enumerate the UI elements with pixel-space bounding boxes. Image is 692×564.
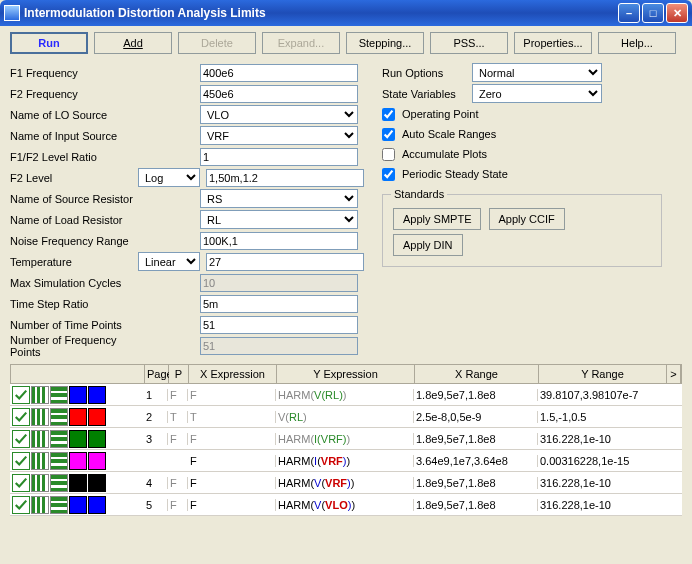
cell-page[interactable]: 2 bbox=[144, 411, 168, 423]
run-options-select[interactable]: Normal bbox=[472, 63, 602, 82]
enable-icon[interactable] bbox=[12, 474, 30, 492]
color1-swatch[interactable] bbox=[69, 452, 87, 470]
num-time-points-input[interactable] bbox=[200, 316, 358, 334]
cell-page[interactable]: 4 bbox=[144, 477, 168, 489]
cell-yexpr[interactable]: HARM(I(VRF)) bbox=[276, 455, 414, 467]
enable-icon[interactable] bbox=[12, 408, 30, 426]
run-button[interactable]: Run bbox=[10, 32, 88, 54]
col-p[interactable]: P bbox=[169, 365, 189, 383]
table-row[interactable]: 5FFHARM(V(VLO))1.8e9,5e7,1.8e8316.228,1e… bbox=[10, 494, 682, 516]
table-row[interactable]: 4FFHARM(V(VRF))1.8e9,5e7,1.8e8316.228,1e… bbox=[10, 472, 682, 494]
lo-source-select[interactable]: VLO bbox=[200, 105, 358, 124]
cell-xexpr[interactable]: F bbox=[188, 455, 276, 467]
cell-xexpr[interactable]: F bbox=[188, 477, 276, 489]
enable-icon[interactable] bbox=[12, 496, 30, 514]
cell-xrange[interactable]: 1.8e9,5e7,1.8e8 bbox=[414, 477, 538, 489]
color2-swatch[interactable] bbox=[88, 452, 106, 470]
color2-swatch[interactable] bbox=[88, 408, 106, 426]
cell-yrange[interactable]: 316.228,1e-10 bbox=[538, 499, 666, 511]
col-page[interactable]: Page bbox=[145, 365, 169, 383]
state-vars-select[interactable]: Zero bbox=[472, 84, 602, 103]
periodic-steady-checkbox[interactable] bbox=[382, 168, 395, 181]
bars-icon[interactable] bbox=[31, 452, 49, 470]
pss-button[interactable]: PSS... bbox=[430, 32, 508, 54]
stepping-button[interactable]: Stepping... bbox=[346, 32, 424, 54]
cell-xrange[interactable]: 3.64e9,1e7,3.64e8 bbox=[414, 455, 538, 467]
cell-xrange[interactable]: 2.5e-8,0,5e-9 bbox=[414, 411, 538, 423]
cell-yexpr[interactable]: HARM(V(RL)) bbox=[276, 389, 414, 401]
lines-icon[interactable] bbox=[50, 408, 68, 426]
table-row[interactable]: FHARM(I(VRF))3.64e9,1e7,3.64e80.00316228… bbox=[10, 450, 682, 472]
cell-p[interactable]: F bbox=[168, 499, 188, 511]
bars-icon[interactable] bbox=[31, 408, 49, 426]
apply-smpte-button[interactable]: Apply SMPTE bbox=[393, 208, 481, 230]
table-row[interactable]: 2TTV(RL)2.5e-8,0,5e-91.5,-1,0.5 bbox=[10, 406, 682, 428]
cell-page[interactable]: 1 bbox=[144, 389, 168, 401]
maximize-button[interactable]: □ bbox=[642, 3, 664, 23]
cell-xexpr[interactable]: F bbox=[188, 389, 276, 401]
color1-swatch[interactable] bbox=[69, 408, 87, 426]
cell-xexpr[interactable]: F bbox=[188, 433, 276, 445]
cell-xexpr[interactable]: T bbox=[188, 411, 276, 423]
cell-page[interactable]: 3 bbox=[144, 433, 168, 445]
help-button[interactable]: Help... bbox=[598, 32, 676, 54]
close-button[interactable]: ✕ bbox=[666, 3, 688, 23]
cell-yrange[interactable]: 0.00316228,1e-15 bbox=[538, 455, 666, 467]
operating-point-checkbox[interactable] bbox=[382, 108, 395, 121]
cell-yexpr[interactable]: HARM(I(VRF)) bbox=[276, 433, 414, 445]
color1-swatch[interactable] bbox=[69, 386, 87, 404]
cell-yexpr[interactable]: HARM(V(VLO)) bbox=[276, 499, 414, 511]
minimize-button[interactable]: – bbox=[618, 3, 640, 23]
lines-icon[interactable] bbox=[50, 386, 68, 404]
accumulate-checkbox[interactable] bbox=[382, 148, 395, 161]
f2-frequency-input[interactable] bbox=[200, 85, 358, 103]
color1-swatch[interactable] bbox=[69, 474, 87, 492]
add-button[interactable]: Add bbox=[94, 32, 172, 54]
enable-icon[interactable] bbox=[12, 430, 30, 448]
source-resistor-select[interactable]: RS bbox=[200, 189, 358, 208]
apply-ccif-button[interactable]: Apply CCIF bbox=[489, 208, 565, 230]
cell-p[interactable]: T bbox=[168, 411, 188, 423]
time-step-ratio-input[interactable] bbox=[200, 295, 358, 313]
cell-p[interactable]: F bbox=[168, 477, 188, 489]
temperature-mode-select[interactable]: Linear bbox=[138, 252, 200, 271]
f1-frequency-input[interactable] bbox=[200, 64, 358, 82]
cell-yrange[interactable]: 1.5,-1,0.5 bbox=[538, 411, 666, 423]
enable-icon[interactable] bbox=[12, 386, 30, 404]
lines-icon[interactable] bbox=[50, 474, 68, 492]
cell-xrange[interactable]: 1.8e9,5e7,1.8e8 bbox=[414, 433, 538, 445]
cell-yexpr[interactable]: V(RL) bbox=[276, 411, 414, 423]
table-row[interactable]: 1FFHARM(V(RL))1.8e9,5e7,1.8e839.8107,3.9… bbox=[10, 384, 682, 406]
level-ratio-input[interactable] bbox=[200, 148, 358, 166]
bars-icon[interactable] bbox=[31, 474, 49, 492]
lines-icon[interactable] bbox=[50, 430, 68, 448]
color2-swatch[interactable] bbox=[88, 474, 106, 492]
bars-icon[interactable] bbox=[31, 496, 49, 514]
col-more[interactable]: > bbox=[667, 365, 681, 383]
color2-swatch[interactable] bbox=[88, 430, 106, 448]
cell-xrange[interactable]: 1.8e9,5e7,1.8e8 bbox=[414, 499, 538, 511]
cell-p[interactable]: F bbox=[168, 433, 188, 445]
load-resistor-select[interactable]: RL bbox=[200, 210, 358, 229]
enable-icon[interactable] bbox=[12, 452, 30, 470]
cell-xexpr[interactable]: F bbox=[188, 499, 276, 511]
bars-icon[interactable] bbox=[31, 430, 49, 448]
auto-scale-checkbox[interactable] bbox=[382, 128, 395, 141]
col-yexpr[interactable]: Y Expression bbox=[277, 365, 415, 383]
f2-level-mode-select[interactable]: Log bbox=[138, 168, 200, 187]
bars-icon[interactable] bbox=[31, 386, 49, 404]
cell-xrange[interactable]: 1.8e9,5e7,1.8e8 bbox=[414, 389, 538, 401]
color2-swatch[interactable] bbox=[88, 386, 106, 404]
cell-yrange[interactable]: 39.8107,3.98107e-7 bbox=[538, 389, 666, 401]
cell-yrange[interactable]: 316.228,1e-10 bbox=[538, 433, 666, 445]
color1-swatch[interactable] bbox=[69, 496, 87, 514]
input-source-select[interactable]: VRF bbox=[200, 126, 358, 145]
cell-page[interactable]: 5 bbox=[144, 499, 168, 511]
apply-din-button[interactable]: Apply DIN bbox=[393, 234, 463, 256]
color1-swatch[interactable] bbox=[69, 430, 87, 448]
col-xrange[interactable]: X Range bbox=[415, 365, 539, 383]
table-row[interactable]: 3FFHARM(I(VRF))1.8e9,5e7,1.8e8316.228,1e… bbox=[10, 428, 682, 450]
lines-icon[interactable] bbox=[50, 496, 68, 514]
f2-level-input[interactable] bbox=[206, 169, 364, 187]
properties-button[interactable]: Properties... bbox=[514, 32, 592, 54]
